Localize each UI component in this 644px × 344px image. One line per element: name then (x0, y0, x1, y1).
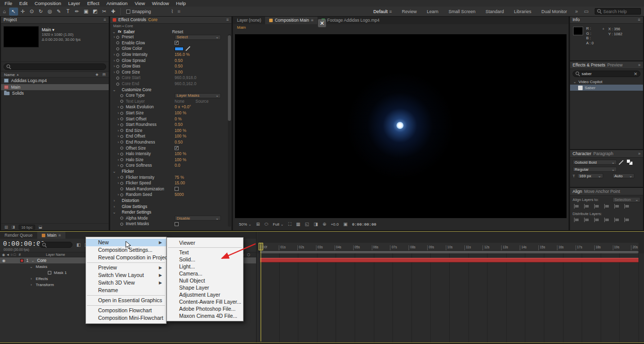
stopwatch-icon[interactable] (116, 59, 122, 62)
context-menu-item[interactable]: Composition Settings... (86, 246, 166, 254)
twirl-icon[interactable]: › (116, 152, 120, 156)
current-time-display[interactable]: 0:00:00:00 (3, 240, 45, 248)
property-label[interactable]: Offset Size (126, 146, 146, 151)
panel-overflow-icon[interactable]: » (638, 62, 640, 67)
context-menu-item[interactable]: Composition Flowchart (86, 307, 166, 314)
distribute-center-v-icon[interactable] (583, 217, 590, 223)
stopwatch-icon[interactable] (120, 106, 126, 109)
project-item[interactable]: Main (1, 84, 109, 91)
layer-name-column-header[interactable]: Layer Name (46, 253, 65, 256)
submenu-item[interactable]: Null Object (167, 277, 243, 284)
workspace-tab[interactable]: Default≡ (368, 9, 397, 14)
resolution-dropdown[interactable]: Full ⌄ (273, 222, 284, 227)
twirl-icon[interactable]: › (116, 163, 120, 168)
eyedropper-icon[interactable] (619, 160, 623, 165)
stopwatch-icon[interactable] (120, 94, 126, 97)
comp-navigator[interactable]: Main (233, 24, 569, 30)
context-menu-item[interactable]: Rename (86, 287, 166, 294)
property-group-label[interactable]: Transform (36, 283, 54, 287)
stopwatch-icon[interactable] (120, 217, 126, 220)
property-group-label[interactable]: Mask 1 (54, 270, 67, 275)
property-value[interactable]: 0 % (175, 117, 182, 121)
distribute-right-icon[interactable] (623, 217, 630, 223)
leading-dropdown[interactable]: Auto⌄ (612, 173, 634, 178)
tool-icon[interactable]: ↻ (36, 8, 45, 16)
preview-tab[interactable]: Preview (607, 62, 622, 67)
property-label[interactable]: Invert Masks (126, 222, 149, 226)
property-value[interactable]: 3.00 (175, 70, 183, 75)
menu-item[interactable]: View (131, 0, 148, 7)
stopwatch-icon[interactable] (120, 187, 126, 190)
property-label[interactable]: Glow Settings (122, 204, 147, 209)
project-list-header[interactable]: Name ▲ ◆▤ (1, 72, 109, 78)
stopwatch-icon[interactable] (120, 123, 126, 126)
stopwatch-icon[interactable] (116, 71, 122, 74)
view-layout-icon[interactable]: ◱ (305, 222, 309, 227)
timeline-main-tab[interactable]: Main ≡ (37, 232, 65, 239)
property-value[interactable]: 0.0 (175, 163, 180, 168)
footer-icon[interactable]: ▥ (5, 225, 8, 229)
property-checkbox[interactable] (175, 187, 179, 191)
menu-item[interactable]: Window (148, 0, 173, 7)
context-menu-item[interactable]: Preview ▶ (86, 264, 166, 271)
help-search-input[interactable] (603, 9, 638, 14)
stopwatch-icon[interactable] (120, 141, 126, 144)
timeline-search[interactable] (39, 242, 72, 248)
panel-overflow-icon[interactable]: » (638, 151, 640, 156)
tool-icon[interactable]: ⊙ (27, 8, 36, 16)
footage-viewer-tab[interactable]: Footage Addidas Logo.mp4 (317, 16, 383, 24)
tool-icon[interactable]: ◎ (45, 8, 54, 16)
property-label[interactable]: Glow Intensity (122, 52, 147, 57)
composition-viewport[interactable] (235, 34, 567, 218)
twirl-icon[interactable]: › (112, 204, 116, 209)
track-lanes[interactable] (257, 253, 644, 343)
tool-icon[interactable]: ✎ (54, 8, 63, 16)
property-label[interactable]: Glow Bias (122, 64, 140, 68)
effect-header-row[interactable]: ⌄ fx Saber Reset (110, 29, 231, 34)
property-label[interactable]: Flicker (122, 169, 134, 174)
bit-depth-button[interactable]: 16 bpc (19, 225, 35, 230)
property-label[interactable]: Start Offset (126, 117, 146, 121)
project-search-input[interactable] (13, 64, 103, 69)
twirl-icon[interactable]: › (29, 283, 33, 287)
layer-duration-bar[interactable] (260, 258, 638, 262)
move-anchor-point-tab[interactable]: Move Anchor Point (584, 189, 620, 194)
property-label[interactable]: Customize Core (122, 88, 151, 92)
submenu-item[interactable]: Text (167, 249, 243, 256)
region-of-interest-icon[interactable]: ⛶ (288, 222, 291, 227)
submenu-item[interactable]: Camera... (167, 270, 243, 277)
composition-viewer-tab[interactable]: Composition Main ≡ (265, 16, 317, 24)
property-value[interactable]: 156.0 % (175, 52, 190, 57)
stopwatch-icon[interactable] (120, 153, 126, 156)
fill-stroke-swatches[interactable] (626, 159, 633, 165)
stopwatch-icon[interactable] (120, 164, 126, 167)
color-swatch[interactable] (175, 47, 184, 51)
property-checkbox[interactable] (175, 146, 179, 150)
property-label[interactable]: Flicker Speed (126, 181, 151, 185)
tool-icon[interactable]: ✚ (109, 8, 118, 16)
name-column-header[interactable]: Name (4, 73, 15, 77)
panel-menu-icon[interactable]: ≡ (226, 17, 229, 22)
submenu-item[interactable]: Adjustment Layer (167, 291, 243, 298)
twirl-icon[interactable]: ⌄ (112, 88, 116, 92)
property-value[interactable]: 960.0,162.0 (175, 82, 196, 86)
property-value-2[interactable]: Source (196, 99, 209, 104)
twirl-icon[interactable]: › (112, 70, 116, 75)
property-group-label[interactable]: Effects (36, 277, 48, 281)
property-label[interactable]: End Size (126, 128, 142, 133)
grid-options-icon[interactable]: ⊞ (256, 222, 260, 227)
twirl-icon[interactable]: › (112, 198, 116, 203)
tool-icon[interactable]: ▣ (82, 8, 91, 16)
property-dropdown[interactable]: Disable⌄ (175, 216, 221, 221)
twirl-icon[interactable]: › (116, 105, 120, 109)
snapshot-camera-icon[interactable]: ▣ (343, 222, 348, 227)
monitor-icon[interactable]: ▭ (581, 9, 592, 14)
align-tab[interactable]: Align (573, 189, 582, 194)
align-top-icon[interactable] (603, 203, 610, 209)
twirl-icon[interactable]: › (116, 192, 120, 197)
workspace-tab[interactable]: Learn (422, 9, 443, 14)
submenu-item[interactable]: Adobe Photoshop File... (167, 305, 243, 312)
submenu-item[interactable]: Light... (167, 263, 243, 270)
property-label[interactable]: Glow Spread (122, 58, 145, 63)
eyedropper-icon[interactable] (186, 46, 190, 51)
